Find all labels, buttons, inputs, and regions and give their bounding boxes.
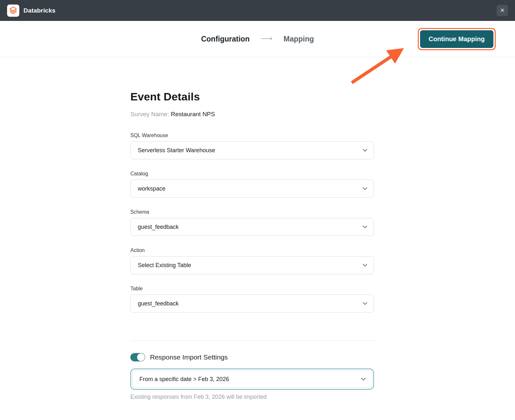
select-value: Select Existing Table — [138, 262, 191, 269]
close-icon[interactable]: ✕ — [497, 5, 508, 16]
field-label: Schema — [130, 209, 374, 215]
field-label: Action — [130, 247, 374, 253]
select-value: guest_feedback — [138, 300, 179, 307]
select-value: workspace — [138, 185, 165, 192]
field-label: SQL Warehouse — [130, 133, 374, 138]
sql-warehouse-select[interactable]: Serverless Starter Warehouse — [130, 141, 374, 159]
field-action: Action Select Existing Table — [130, 247, 374, 274]
table-select[interactable]: guest_feedback — [130, 294, 374, 313]
response-import-settings-row: Response Import Settings — [130, 353, 374, 361]
import-date-focus-ring: From a specific date > Feb 3, 2026 — [130, 369, 374, 390]
catalog-select[interactable]: workspace — [130, 180, 374, 198]
section-divider — [130, 341, 374, 341]
response-import-toggle[interactable] — [130, 353, 145, 361]
select-value: guest_feedback — [138, 224, 179, 230]
app-header: Databricks ✕ — [0, 0, 515, 21]
configuration-form: SQL Warehouse Serverless Starter Warehou… — [130, 133, 374, 313]
field-label: Table — [130, 286, 374, 292]
schema-select[interactable]: guest_feedback — [130, 218, 374, 236]
field-label: Catalog — [130, 171, 374, 177]
databricks-logo-icon — [7, 5, 19, 17]
event-details-panel: Event Details Survey Name: Restaurant NP… — [130, 57, 374, 400]
step-nav: Configuration ⟶ Mapping — [201, 34, 314, 44]
toggle-knob — [137, 353, 145, 361]
field-table: Table guest_feedback — [130, 286, 374, 313]
chevron-down-icon — [363, 147, 367, 152]
field-catalog: Catalog workspace — [130, 171, 374, 198]
step-configuration: Configuration — [201, 35, 250, 43]
field-sql-warehouse: SQL Warehouse Serverless Starter Warehou… — [130, 133, 374, 159]
survey-name-label: Survey Name: — [130, 111, 169, 117]
import-date-select[interactable]: From a specific date > Feb 3, 2026 — [132, 370, 372, 388]
survey-name-line: Survey Name: Restaurant NPS — [130, 111, 374, 118]
step-mapping: Mapping — [284, 35, 314, 43]
chevron-down-icon — [363, 262, 367, 266]
chevron-down-icon — [363, 185, 367, 190]
step-arrow-icon: ⟶ — [260, 34, 272, 44]
response-import-settings-label: Response Import Settings — [150, 353, 228, 361]
survey-name-value: Restaurant NPS — [171, 111, 215, 117]
app-title: Databricks — [23, 7, 55, 14]
chevron-down-icon — [361, 376, 366, 380]
continue-button-highlight-ring: Continue Mapping — [418, 28, 496, 50]
continue-mapping-button[interactable]: Continue Mapping — [420, 30, 493, 48]
select-value: From a specific date > Feb 3, 2026 — [139, 376, 229, 383]
select-value: Serverless Starter Warehouse — [138, 147, 215, 154]
field-schema: Schema guest_feedback — [130, 209, 374, 236]
chevron-down-icon — [363, 300, 367, 305]
page-title: Event Details — [130, 90, 374, 103]
import-helper-text: Existing responses from Feb 3, 2026 will… — [130, 394, 374, 400]
chevron-down-icon — [363, 224, 367, 228]
step-header: Configuration ⟶ Mapping Continue Mapping — [0, 21, 515, 57]
action-select[interactable]: Select Existing Table — [130, 256, 374, 274]
